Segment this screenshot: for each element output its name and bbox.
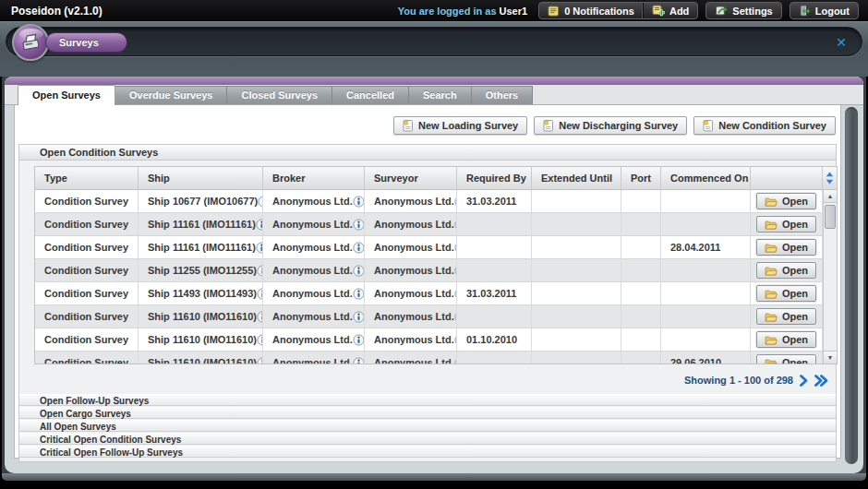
scroll-down-icon[interactable]: ▼ <box>824 351 837 364</box>
new-discharging-survey-button[interactable]: New Discharging Survey <box>534 116 687 135</box>
tab-closed-surveys[interactable]: Closed Surveys <box>226 86 332 104</box>
section-open-cargo-surveys[interactable]: Open Cargo Surveys <box>19 407 836 419</box>
column-header-commenced_on[interactable]: Commenced On <box>661 167 751 189</box>
cell-surveyor: Anonymous Ltd. <box>365 190 457 213</box>
open-survey-button[interactable]: Open <box>756 308 816 325</box>
info-icon[interactable] <box>353 242 365 254</box>
cell-broker: Anonymous Ltd. <box>263 328 365 352</box>
settings-button[interactable]: Settings <box>705 2 781 19</box>
cell-text-ship: Ship 11255 (IMO11255) <box>148 265 257 276</box>
cell-commenced_on <box>661 282 751 305</box>
cell-ship: Ship 11493 (IMO11493) <box>139 282 263 305</box>
cell-text-ship: Ship 11610 (IMO11610) <box>148 334 257 345</box>
surveys-module-icon[interactable] <box>12 24 49 61</box>
module-bar: Surveys ✕ <box>6 27 862 56</box>
cell-surveyor: Anonymous Ltd. <box>365 236 457 259</box>
column-header-extended_until[interactable]: Extended Until <box>532 167 621 189</box>
tab-open-surveys[interactable]: Open Surveys <box>18 85 115 105</box>
cell-text-type: Condition Survey <box>44 265 128 276</box>
new-condition-survey-button[interactable]: New Condition Survey <box>693 116 836 135</box>
folder-icon <box>765 335 778 345</box>
cell-port <box>621 305 661 328</box>
info-icon[interactable] <box>257 288 263 300</box>
cell-text-ship: Ship 11161 (IMO11161) <box>148 219 256 230</box>
cell-text-surveyor: Anonymous Ltd. <box>374 311 454 322</box>
column-header-type[interactable]: Type <box>35 167 139 189</box>
info-icon[interactable] <box>353 311 365 323</box>
section-all-open-surveys[interactable]: All Open Surveys <box>19 420 836 432</box>
open-survey-button[interactable]: Open <box>756 239 816 256</box>
add-button[interactable]: Add <box>643 3 697 18</box>
tab-search[interactable]: Search <box>408 86 472 104</box>
cell-required_by <box>457 213 532 236</box>
cell-type: Condition Survey <box>35 213 139 236</box>
open-survey-button[interactable]: Open <box>756 216 816 233</box>
info-icon[interactable] <box>353 265 365 277</box>
cell-ship: Ship 11610 (IMO11610) <box>139 352 263 364</box>
cell-action: Open <box>751 213 823 236</box>
logout-button[interactable]: Logout <box>790 2 859 19</box>
info-icon[interactable] <box>353 219 365 231</box>
cell-port <box>621 213 661 236</box>
column-header-broker[interactable]: Broker <box>263 167 365 189</box>
cell-required_by: 31.03.2011 <box>457 282 532 305</box>
cell-text-surveyor: Anonymous Ltd. <box>374 357 454 364</box>
sort-icon[interactable] <box>826 172 834 185</box>
tab-cancelled[interactable]: Cancelled <box>332 86 409 104</box>
cell-type: Condition Survey <box>35 305 139 328</box>
column-header-ship[interactable]: Ship <box>139 167 263 189</box>
table-row: Condition SurveyShip 10677 (IMO10677)Ano… <box>35 190 837 213</box>
section-critical-open-follow-up-surveys[interactable]: Critical Open Follow-Up Surveys <box>19 446 836 458</box>
info-icon[interactable] <box>257 265 263 277</box>
surveys-module-tab[interactable]: Surveys <box>45 32 127 53</box>
surveys-table: TypeShipBrokerSurveyorRequired ByExtende… <box>34 166 838 364</box>
scroll-up-icon[interactable]: ▲ <box>824 190 837 203</box>
info-icon[interactable] <box>353 334 365 346</box>
cell-commenced_on: 28.04.2011 <box>661 236 751 259</box>
open-survey-button[interactable]: Open <box>756 193 816 209</box>
column-header-required_by[interactable]: Required By <box>457 167 532 189</box>
page-scrollbar[interactable] <box>845 107 858 464</box>
cell-text-commenced_on: 28.04.2011 <box>670 242 720 253</box>
info-icon[interactable] <box>353 288 365 300</box>
notifications-button[interactable]: 0 Notifications <box>539 3 643 18</box>
info-icon[interactable] <box>256 242 263 254</box>
tab-others[interactable]: Others <box>471 86 533 104</box>
info-icon[interactable] <box>257 334 263 346</box>
open-survey-button[interactable]: Open <box>756 331 816 348</box>
info-icon[interactable] <box>257 357 263 364</box>
cell-broker: Anonymous Ltd. <box>263 190 365 213</box>
folder-icon <box>765 358 778 364</box>
section-open-follow-up-surveys[interactable]: Open Follow-Up Surveys <box>19 394 836 406</box>
section-open-condition-surveys[interactable]: Open Condition Surveys <box>19 145 836 161</box>
tab-overdue-surveys[interactable]: Overdue Surveys <box>115 86 228 104</box>
cell-broker: Anonymous Ltd. <box>263 213 365 236</box>
open-survey-button[interactable]: Open <box>756 285 816 302</box>
column-header-port[interactable]: Port <box>621 167 661 189</box>
folder-icon <box>765 312 778 322</box>
cell-extended_until <box>532 305 621 328</box>
table-scrollbar[interactable]: ▲ ▼ <box>823 190 837 364</box>
info-icon[interactable] <box>257 311 263 323</box>
cell-required_by: 01.10.2010 <box>457 328 532 352</box>
open-survey-button[interactable]: Open <box>756 354 816 364</box>
pagination: Showing 1 - 100 of 298 <box>19 372 836 388</box>
close-icon[interactable]: ✕ <box>836 34 847 51</box>
info-icon[interactable] <box>353 357 365 364</box>
cell-text-type: Condition Survey <box>44 311 128 322</box>
cell-type: Condition Survey <box>35 236 139 259</box>
info-icon[interactable] <box>353 196 365 208</box>
cell-commenced_on: 29.06.2010 <box>661 352 751 364</box>
next-page-icon[interactable] <box>799 375 808 387</box>
cell-text-broker: Anonymous Ltd. <box>272 219 353 230</box>
module-band: Surveys ✕ <box>0 21 868 77</box>
column-header-surveyor[interactable]: Surveyor <box>365 167 457 189</box>
new-loading-survey-button[interactable]: New Loading Survey <box>393 116 527 135</box>
open-survey-button[interactable]: Open <box>756 262 816 279</box>
info-icon[interactable] <box>256 219 263 231</box>
section-critical-open-condition-surveys[interactable]: Critical Open Condition Surveys <box>19 433 836 445</box>
scrollbar-thumb[interactable] <box>825 205 836 229</box>
last-page-icon[interactable] <box>814 375 828 387</box>
cell-type: Condition Survey <box>35 259 139 282</box>
cell-text-required_by: 31.03.2011 <box>466 196 516 207</box>
